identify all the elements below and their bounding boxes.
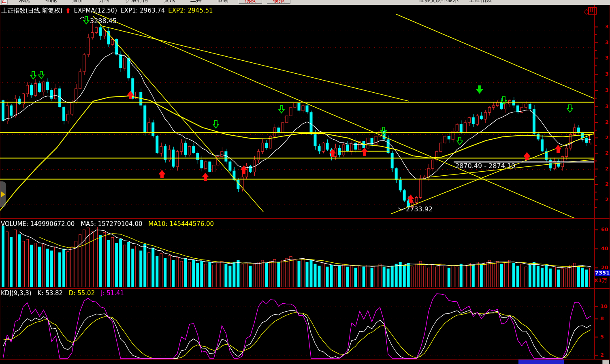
menu-button-0[interactable]: 期权: [239, 0, 262, 4]
sidebar-expand-handle[interactable]: [0, 181, 6, 207]
menu-button-1[interactable]: 模拟: [267, 0, 290, 4]
menu-item-5[interactable]: 资讯: [156, 0, 183, 3]
date-axis-strip: [0, 360, 610, 364]
menu-item-7[interactable]: 市场: [209, 0, 236, 3]
menu-item-0[interactable]: 系统: [11, 0, 38, 3]
menu-bar: 系统功能报价分析扩展行情资讯工具市场 期权模拟 证券交易不显示 上证指数: [0, 0, 610, 5]
menu-items: 系统功能报价分析扩展行情资讯工具市场: [11, 0, 236, 4]
trading-app-window: 系统功能报价分析扩展行情资讯工具市场 期权模拟 证券交易不显示 上证指数 上证指…: [0, 0, 610, 364]
current-symbol-label: 上证指数: [469, 0, 492, 4]
app-icon[interactable]: [1, 0, 8, 4]
broker-trade-link[interactable]: 证券交易不显示: [419, 0, 459, 4]
menu-item-1[interactable]: 功能: [38, 0, 64, 3]
resize-corner[interactable]: [602, 360, 609, 364]
volume-cursor-badge: 7351: [595, 270, 610, 276]
volume-unit-label: X1万: [594, 277, 607, 284]
split-panes-icon[interactable]: [588, 7, 597, 15]
menu-item-3[interactable]: 分析: [91, 0, 118, 3]
menu-item-6[interactable]: 工具: [183, 0, 209, 3]
expand-arrow-icon: [1, 192, 5, 197]
selected-date-highlight: [518, 360, 564, 364]
menu-item-2[interactable]: 报价: [64, 0, 91, 3]
menu-buttons: 期权模拟: [236, 0, 293, 4]
candlestick-chart-canvas[interactable]: [0, 0, 610, 364]
menu-item-4[interactable]: 扩展行情: [118, 0, 156, 3]
